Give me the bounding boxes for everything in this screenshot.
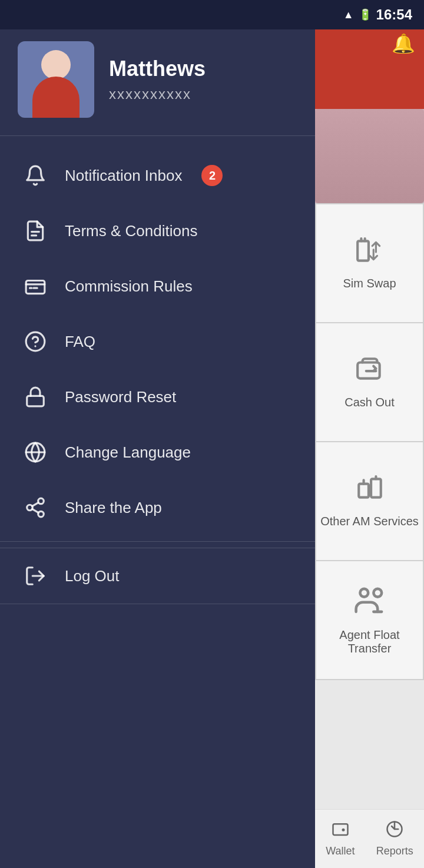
menu-list: Notification Inbox 2 Terms & Conditions	[0, 142, 315, 868]
share-icon	[21, 493, 50, 522]
reports-label: Reports	[376, 845, 413, 857]
faq-label: FAQ	[65, 333, 95, 351]
notification-inbox-label: Notification Inbox	[65, 167, 182, 185]
notification-badge: 2	[201, 165, 223, 186]
menu-item-notification-inbox[interactable]: Notification Inbox 2	[0, 148, 315, 203]
svg-line-18	[32, 509, 39, 512]
language-icon	[21, 438, 50, 467]
menu-item-logout[interactable]: Log Out	[0, 548, 315, 604]
user-name: Matthews	[109, 57, 206, 81]
reports-icon	[386, 820, 403, 842]
grid-item-agent-float-transfer[interactable]: Agent Float Transfer	[316, 561, 423, 679]
status-icons: ▲ 🔋 16:54	[343, 6, 412, 23]
agent-float-transfer-icon	[353, 585, 386, 622]
sidebar-drawer: Matthews xxxxxxxxxx Notification Inbox 2	[0, 0, 315, 868]
wallet-icon	[332, 820, 349, 842]
svg-rect-0	[357, 241, 369, 260]
svg-rect-9	[26, 281, 45, 294]
avatar-body	[32, 77, 80, 118]
sim-swap-label: Sim Swap	[343, 277, 396, 290]
notification-bell-right-icon[interactable]: 🔔	[392, 32, 415, 55]
right-background-panel: 🔔 Sim Swap	[315, 0, 424, 868]
cash-out-label: Cash Out	[344, 396, 394, 409]
svg-rect-3	[371, 479, 381, 497]
battery-icon: 🔋	[359, 8, 372, 21]
svg-rect-6	[333, 824, 347, 835]
signal-icon: ▲	[343, 9, 354, 21]
logout-icon	[21, 561, 50, 591]
share-app-label: Share the App	[65, 499, 162, 517]
menu-item-change-language[interactable]: Change Language	[0, 425, 315, 480]
status-bar: ▲ 🔋 16:54	[0, 0, 424, 29]
user-info: Matthews xxxxxxxxxx	[109, 57, 206, 102]
bell-icon	[21, 161, 50, 190]
svg-point-4	[360, 589, 368, 597]
menu-item-faq[interactable]: FAQ	[0, 314, 315, 369]
other-am-services-icon	[355, 474, 385, 509]
sim-swap-icon	[355, 236, 385, 271]
lock-icon	[21, 382, 50, 412]
terms-conditions-label: Terms & Conditions	[65, 222, 197, 240]
menu-item-password-reset[interactable]: Password Reset	[0, 369, 315, 425]
agent-float-transfer-label: Agent Float Transfer	[316, 628, 423, 655]
menu-item-terms-conditions[interactable]: Terms & Conditions	[0, 203, 315, 259]
avatar-head	[41, 50, 71, 79]
menu-item-share-app[interactable]: Share the App	[0, 480, 315, 535]
svg-rect-12	[27, 396, 44, 406]
nav-reports[interactable]: Reports	[376, 820, 413, 857]
question-icon	[21, 327, 50, 356]
other-am-services-label: Other AM Services	[320, 515, 419, 528]
user-phone: xxxxxxxxxx	[109, 86, 206, 102]
menu-divider	[0, 541, 315, 542]
banner-image	[315, 109, 424, 203]
menu-item-commission-rules[interactable]: Commission Rules	[0, 259, 315, 314]
grid-item-sim-swap[interactable]: Sim Swap	[316, 204, 423, 322]
wallet-label: Wallet	[326, 845, 355, 857]
password-reset-label: Password Reset	[65, 388, 176, 406]
document-icon	[21, 216, 50, 246]
svg-line-19	[32, 502, 39, 506]
clock: 16:54	[376, 6, 412, 23]
logout-label: Log Out	[65, 567, 120, 585]
avatar	[18, 41, 94, 118]
money-icon	[21, 271, 50, 301]
right-grid: Sim Swap Cash Out Other A	[315, 203, 424, 680]
svg-point-5	[373, 589, 382, 597]
svg-rect-2	[359, 484, 369, 498]
change-language-label: Change Language	[65, 443, 191, 462]
commission-rules-label: Commission Rules	[65, 277, 193, 296]
logout-section: Log Out	[0, 548, 315, 604]
bottom-nav: Wallet Reports	[315, 809, 424, 868]
banner-area	[315, 109, 424, 203]
nav-wallet[interactable]: Wallet	[326, 820, 355, 857]
cash-out-icon	[355, 355, 385, 390]
grid-item-other-am-services[interactable]: Other AM Services	[316, 442, 423, 560]
grid-item-cash-out[interactable]: Cash Out	[316, 323, 423, 441]
